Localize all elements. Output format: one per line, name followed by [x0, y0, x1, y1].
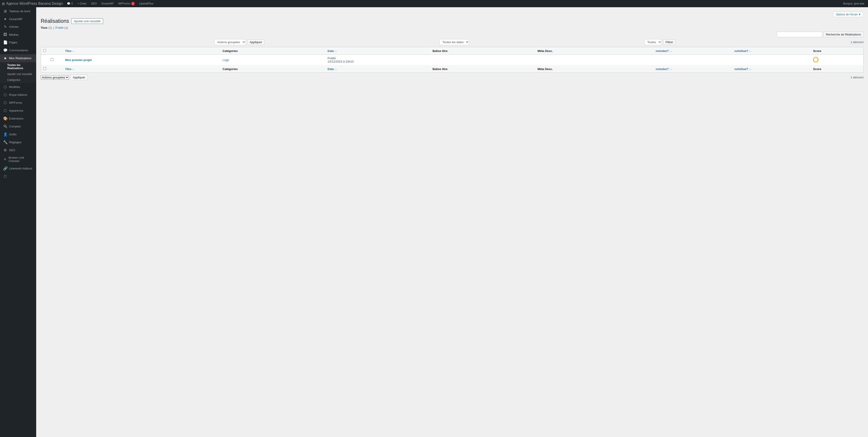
sidebar-item-elementor[interactable]: ⬡ Modèles: [0, 83, 36, 91]
apply-button-top[interactable]: Appliquer: [247, 39, 265, 45]
screen-options-button[interactable]: Options de l'écran ▼: [833, 12, 864, 17]
apparence-icon: 🎨: [3, 116, 7, 121]
meta-footer: Méta Desc.: [535, 65, 653, 73]
title-sort-link-foot[interactable]: Titre ↑↓: [65, 67, 74, 71]
bulk-actions-select-top[interactable]: Actions groupées: [214, 39, 246, 45]
sidebar-item-seo[interactable]: ≡ Broken Link Checker: [0, 154, 36, 165]
categories-header: Catégories: [220, 47, 325, 55]
noindex-sort-arrows: ↑↓: [670, 50, 672, 53]
row-date-cell: Publié 13/12/2023 à 10h15: [325, 55, 430, 65]
all-filter-link[interactable]: Tous (1): [41, 26, 52, 29]
wrap: Options de l'écran ▼ Réalisations Ajoute…: [41, 12, 864, 80]
adminbar-oceanwp[interactable]: OceanWP: [99, 0, 116, 7]
modeles-icon: ⬡: [3, 93, 7, 97]
screen-options-bar: Options de l'écran ▼: [41, 12, 864, 17]
sidebar-item-oceanwp[interactable]: ● OceanWP: [0, 15, 36, 23]
noindex-sort-arrows-foot: ↑↓: [670, 68, 672, 70]
page-header: Réalisations Ajouter une nouvelle: [41, 18, 864, 24]
row-score-cell: [811, 55, 863, 65]
sidebar-item-ajouter-nouvelle[interactable]: Ajouter une nouvelle: [0, 71, 36, 77]
sidebar-item-toutes-realisations[interactable]: Toutes les Réalisations: [0, 62, 36, 71]
select-all-checkbox-header[interactable]: [41, 47, 63, 55]
site-logo[interactable]: ⊞ Agence WordPress Banana Design: [2, 2, 63, 6]
pages-icon: 📄: [3, 40, 7, 44]
dates-filter-select[interactable]: Toutes les dates: [439, 39, 469, 45]
main-content: Options de l'écran ▼ Réalisations Ajoute…: [36, 7, 868, 437]
row-categories-cell: Logo: [220, 55, 325, 65]
nofollow-sort-link-foot[interactable]: nofollow? ↑↓: [734, 67, 751, 71]
sidebar: ⊞ Tableau de bord ● OceanWP ✎ Articles 🖼…: [0, 7, 36, 437]
post-title-link[interactable]: Mon premier projet: [65, 58, 92, 62]
row-nofollow-cell: [732, 55, 811, 65]
sidebar-submenu-realisations: Toutes les Réalisations Ajouter une nouv…: [0, 62, 36, 83]
sidebar-item-articles[interactable]: ✎ Articles: [0, 23, 36, 31]
title-sort-arrows-foot: ↑↓: [72, 68, 74, 70]
wpforms-badge: 1: [131, 2, 135, 5]
adminbar-wpforms[interactable]: WPForms 1: [116, 0, 137, 7]
score-header: Score: [811, 47, 863, 55]
category-link[interactable]: Logo: [222, 58, 229, 62]
sidebar-item-extensions[interactable]: 🔌 Comptes: [0, 123, 36, 130]
search-input[interactable]: [777, 32, 822, 37]
adminbar-seo[interactable]: SEO: [89, 0, 99, 7]
apply-button-bottom[interactable]: Appliquer: [70, 74, 88, 80]
categories-filter-select[interactable]: Toutes: [644, 39, 662, 45]
seo-icon: ≡: [3, 157, 7, 161]
post-status: Publié: [328, 57, 336, 60]
table-header-row: Titre ↑↓ Catégories Date ↑↓: [41, 47, 864, 55]
select-all-checkbox-footer[interactable]: [41, 65, 63, 73]
nofollow-sort-link[interactable]: nofollow? ↑↓: [734, 49, 751, 53]
meta-desc-header: Méta Desc.: [535, 47, 653, 55]
filter-button[interactable]: Filtrer: [663, 39, 676, 45]
sidebar-item-royal-addons[interactable]: ⬡ WPForms: [0, 99, 36, 107]
filter-links: Tous (1) | Publié (1): [41, 26, 864, 29]
wp-logo-icon: ⊞: [2, 2, 5, 6]
post-date: 13/12/2023 à 10h15: [328, 60, 354, 63]
sidebar-item-pages[interactable]: 📄 Pages: [0, 38, 36, 46]
title-sort-link[interactable]: Titre ↑↓: [65, 49, 74, 53]
sidebar-item-wpforms[interactable]: ⬡ Apparence: [0, 107, 36, 114]
sidebar-item-reglages[interactable]: ⚙ SEO: [0, 146, 36, 154]
title-sort-arrows: ↑↓: [72, 50, 74, 53]
table-row: Mon premier projet Logo Publié 13/12/202…: [41, 55, 864, 65]
livemesh-icon: ⬡: [3, 174, 7, 178]
adminbar-items: 💬 0 + Créer SEO OceanWP WPForms 1 Updraf…: [65, 0, 843, 7]
add-new-button[interactable]: Ajouter une nouvelle: [71, 18, 103, 24]
row-checkbox[interactable]: [51, 58, 53, 61]
admin-bar: ⊞ Agence WordPress Banana Design 💬 0 + C…: [0, 0, 868, 7]
sidebar-item-dashboard[interactable]: ⊞ Tableau de bord: [0, 7, 36, 15]
bulk-actions-select-bottom[interactable]: Actions groupées: [41, 75, 69, 79]
select-all-checkbox-foot[interactable]: [43, 67, 46, 70]
search-button[interactable]: Recherche de Réalisations: [824, 32, 864, 37]
date-sort-link[interactable]: Date ↑↓: [328, 49, 337, 53]
sidebar-item-outils[interactable]: 🔧 Réglages: [0, 138, 36, 146]
published-filter-link[interactable]: Publié (1): [55, 26, 68, 29]
adminbar-comments[interactable]: 💬 0: [65, 0, 75, 7]
sidebar-item-comptes[interactable]: 👤 Outils: [0, 130, 36, 138]
reglages-icon: ⚙: [3, 148, 7, 152]
adminbar-updraftplus[interactable]: UpdraftPlus: [137, 0, 156, 7]
nofollow-sort-arrows: ↑↓: [749, 50, 751, 53]
title-footer: Titre ↑↓: [63, 65, 220, 73]
sidebar-item-categories[interactable]: Catégories: [0, 77, 36, 83]
date-sort-link-foot[interactable]: Date ↑↓: [328, 67, 337, 71]
sidebar-item-media[interactable]: 🖼 Médias: [0, 31, 36, 38]
elementor-icon: ⬡: [3, 85, 7, 89]
noindex-sort-link[interactable]: noindex? ↑↓: [656, 49, 672, 53]
balise-footer: Balise titre: [430, 65, 535, 73]
realisations-icon: ★: [3, 56, 7, 60]
sidebar-item-apparence[interactable]: 🎨 Extensions: [0, 114, 36, 123]
sidebar-item-livemesh[interactable]: ⬡: [0, 172, 36, 180]
adminbar-create[interactable]: + Créer: [75, 0, 89, 7]
row-noindex-cell: [653, 55, 732, 65]
sidebar-item-modeles[interactable]: ⬡ Royal Addons: [0, 91, 36, 99]
noindex-sort-link-foot[interactable]: noindex? ↑↓: [656, 67, 672, 71]
select-all-checkbox[interactable]: [43, 49, 46, 52]
royal-icon: ⬡: [3, 101, 7, 105]
sidebar-item-mes-realisations[interactable]: ★ Mes Réalisations: [0, 54, 36, 62]
sidebar-item-commentaires[interactable]: 💬 Commentaires: [0, 46, 36, 54]
table-footer-row: Titre ↑↓ Catégories Date ↑↓: [41, 65, 864, 73]
row-checkbox-cell[interactable]: [41, 55, 63, 65]
sidebar-item-broken-link[interactable]: 🔗 Livemesh Addons: [0, 165, 36, 172]
commentaires-icon: 💬: [3, 48, 7, 53]
